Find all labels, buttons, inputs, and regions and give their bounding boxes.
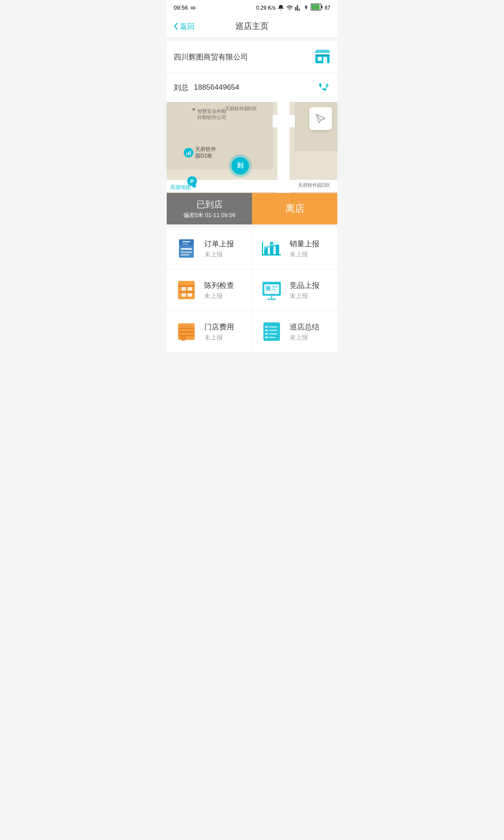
svg-rect-47 [269,326,277,328]
svg-rect-49 [269,330,277,331]
poi-d2: 天府软件 园D2座 [184,146,216,160]
road-label-software-d-bottom: 天府软件园D区 [298,182,330,189]
svg-rect-4 [318,57,322,61]
func-status-order-report: 未上报 [204,251,234,259]
svg-rect-50 [265,333,268,335]
func-status-competitor-report: 未上报 [290,292,319,300]
poi-dot [192,108,195,111]
arrived-sub-text: 偏差5米 01-11 09:56 [183,211,235,219]
status-left: 09:56 ∞ [174,4,196,12]
svg-rect-46 [265,326,268,328]
svg-rect-2 [311,5,319,10]
svg-rect-21 [276,245,279,254]
svg-rect-41 [178,331,195,333]
contact-info: 刘总 18856449654 [174,83,239,93]
svg-rect-1 [321,6,322,8]
amap-logo: 高德地图 [170,184,191,191]
func-icon-competitor-report [261,279,283,301]
leave-button[interactable]: 离店 [252,193,337,224]
company-name: 四川辉图商贸有限公司 [174,52,248,62]
battery-icon [311,4,323,10]
navigate-icon [315,112,327,125]
svg-rect-16 [182,241,190,242]
svg-rect-17 [182,244,189,245]
func-text-tour-summary: 巡店总结 未上报 [290,322,319,342]
svg-point-6 [315,80,330,95]
func-icon-display-check [175,279,197,301]
svg-rect-8 [188,152,189,155]
func-item-store-cost[interactable]: ¥ 门店费用 未上报 [167,311,252,353]
svg-rect-34 [272,286,277,287]
func-text-sales-report: 销量上报 未上报 [290,239,319,259]
company-section: 四川辉图商贸有限公司 刘总 18856449654 [167,41,337,102]
svg-rect-7 [186,153,187,155]
back-chevron-icon [174,23,178,30]
connectivity-icon: ∞ [191,4,196,12]
svg-rect-27 [182,287,186,290]
map-section: 天府软件园D区 天府软件园D区 智慧安业外勤 外勤软件公司 天府软件 园D2座 … [167,102,337,224]
contact-phone: 18856449654 [194,83,239,92]
marker-inner: 到 [231,157,249,175]
svg-rect-48 [265,329,268,331]
contact-name: 刘总 [174,83,189,93]
func-item-display-check[interactable]: 陈列检查 未上报 [167,270,252,311]
svg-rect-53 [269,337,276,338]
svg-rect-30 [188,293,192,297]
status-bar: 09:56 ∞ 0.29 K/s 87 [167,0,337,15]
road-label-software-d: 天府软件园D区 [225,105,257,112]
leave-label: 离店 [285,202,304,215]
func-icon-store-cost: ¥ [175,321,197,343]
func-icon-order-report [175,238,197,259]
svg-text:¥: ¥ [182,336,184,341]
func-status-tour-summary: 未上报 [290,334,319,342]
svg-rect-35 [272,289,276,290]
status-right: 0.29 K/s 87 [256,4,330,12]
func-name-tour-summary: 巡店总结 [290,322,319,332]
marker-outer-ring: 到 [229,154,252,177]
svg-rect-38 [262,282,281,284]
svg-rect-33 [266,286,270,290]
time-display: 09:56 [174,4,188,11]
func-name-sales-report: 销量上报 [290,239,319,249]
func-name-store-cost: 门店费用 [204,322,234,332]
parking-dot [192,184,196,188]
back-button[interactable]: 返回 [174,21,195,32]
svg-rect-28 [188,287,192,290]
svg-rect-5 [323,57,327,63]
func-name-order-report: 订单上报 [204,239,234,249]
func-status-sales-report: 未上报 [290,251,319,259]
svg-rect-18 [262,254,281,256]
company-row: 四川辉图商贸有限公司 [167,41,337,73]
svg-rect-14 [181,254,189,256]
svg-rect-12 [181,248,192,250]
svg-rect-13 [181,252,192,253]
svg-rect-29 [182,293,186,297]
func-text-store-cost: 门店费用 未上报 [204,322,234,342]
wifi-icon [286,4,293,11]
page-title: 巡店主页 [235,21,269,32]
func-icon-tour-summary [261,321,283,343]
signal-icon [295,4,302,11]
phone-call-icon[interactable] [315,80,330,95]
svg-rect-25 [178,285,195,287]
func-status-display-check: 未上报 [204,292,234,300]
poi-software-company: 智慧安业外勤 外勤软件公司 [197,108,226,121]
func-status-store-cost: 未上报 [204,334,234,342]
svg-rect-51 [269,333,277,335]
alarm-icon [277,4,284,11]
svg-rect-52 [265,336,268,338]
svg-rect-24 [178,281,195,299]
navigate-button[interactable] [309,107,332,130]
func-item-order-report[interactable]: 订单上报 未上报 [167,228,252,270]
func-name-display-check: 陈列检查 [204,280,234,290]
arrived-button[interactable]: 已到店 偏差5米 01-11 09:56 [167,193,252,224]
chart-mini-icon [186,150,191,155]
func-item-competitor-report[interactable]: 竞品上报 未上报 [252,270,337,311]
svg-rect-42 [178,335,195,336]
svg-rect-9 [190,151,191,155]
func-text-display-check: 陈列检查 未上报 [204,280,234,300]
charging-icon [304,4,309,11]
func-name-competitor-report: 竞品上报 [290,280,319,290]
func-item-sales-report[interactable]: 销量上报 未上报 [252,228,337,270]
func-item-tour-summary[interactable]: 巡店总结 未上报 [252,311,337,353]
